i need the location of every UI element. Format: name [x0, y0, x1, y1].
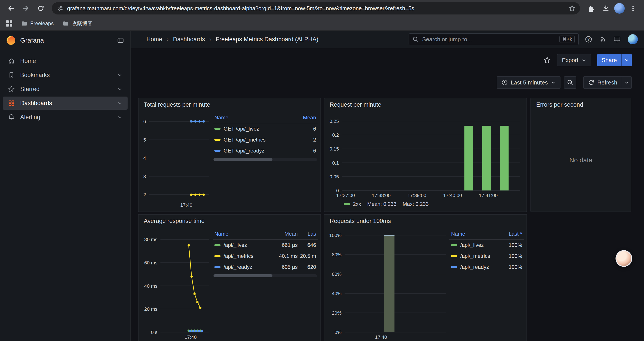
legend-header-name[interactable]: Name	[214, 115, 292, 121]
request-rate-chart[interactable]: 00.050.10.150.20.2517:37:0017:38:0017:39…	[327, 112, 524, 199]
series-name[interactable]: /api/_readyz	[460, 264, 489, 270]
floating-assistant-avatar[interactable]	[616, 250, 632, 267]
svg-text:17:38:00: 17:38:00	[372, 193, 390, 198]
series-name[interactable]: /api/_livez	[224, 242, 247, 248]
series-name[interactable]: 2xx	[353, 201, 361, 207]
back-icon[interactable]	[4, 2, 18, 15]
svg-text:40%: 40%	[332, 291, 342, 296]
download-icon[interactable]	[599, 2, 612, 15]
url-bar[interactable]: grafana.mathmast.com/d/deytv4rwavabkb/fr…	[52, 2, 580, 15]
series-name[interactable]: GET /api/_livez	[224, 126, 259, 132]
breadcrumb-dashboards[interactable]: Dashboards	[173, 36, 205, 43]
bookmark-icon	[8, 72, 15, 79]
bookmark-star-icon[interactable]	[568, 5, 576, 12]
share-menu-caret[interactable]	[621, 54, 632, 66]
chart-svg: 2345617:40	[141, 112, 212, 209]
extensions-icon[interactable]	[584, 2, 598, 15]
series-mean: Mean: 0.233	[367, 201, 396, 207]
legend-header-last[interactable]: Last *	[498, 231, 522, 237]
sidebar-collapse-icon[interactable]	[117, 37, 124, 44]
legend-header-name[interactable]: Name	[451, 231, 498, 237]
svg-text:17:40: 17:40	[184, 334, 196, 340]
legend-header-name[interactable]: Name	[214, 231, 273, 237]
menu-kebab-icon[interactable]	[626, 2, 640, 15]
rss-icon[interactable]	[599, 36, 606, 43]
site-settings-icon[interactable]	[57, 5, 64, 12]
series-name[interactable]: GET /api/_metrics	[224, 137, 266, 143]
response-time-chart[interactable]: 0 s20 ms40 ms60 ms80 ms17:40	[141, 228, 212, 341]
sidebar-item-bookmarks[interactable]: Bookmarks	[3, 69, 128, 82]
export-label: Export	[562, 57, 578, 64]
panel-average-response-time: Average response time 0 s20 ms40 ms60 ms…	[138, 214, 321, 341]
browser-profile-avatar[interactable]	[614, 3, 625, 14]
total-requests-chart[interactable]: 2345617:40	[141, 112, 212, 209]
chevron-down-icon[interactable]	[117, 87, 122, 92]
browser-toolbar: grafana.mathmast.com/d/deytv4rwavabkb/fr…	[0, 0, 644, 17]
scrollbar-thumb[interactable]	[214, 274, 272, 277]
panel-title[interactable]: Errors per second	[536, 101, 626, 108]
monitor-icon[interactable]	[613, 36, 621, 43]
search-box[interactable]: ⌘+k	[408, 33, 579, 45]
series-max: Max: 0.233	[403, 201, 429, 207]
series-marker	[214, 128, 220, 130]
brand-title[interactable]: Grafana	[20, 37, 113, 44]
series-last: 646	[298, 242, 316, 248]
chevron-down-icon[interactable]	[117, 72, 122, 78]
refresh-interval-caret[interactable]	[622, 76, 632, 89]
under-100ms-chart[interactable]: 0%20%40%60%80%100%17:40	[327, 228, 449, 341]
sidebar-item-label: Starred	[20, 86, 112, 93]
scrollbar-thumb[interactable]	[214, 158, 272, 161]
chevron-down-icon	[551, 80, 556, 85]
time-range-picker[interactable]: Last 5 minutes	[497, 76, 560, 89]
legend-row: /api/_readyz 100%	[449, 261, 524, 272]
share-label: Share	[602, 57, 617, 64]
grafana-logo[interactable]	[6, 36, 16, 45]
refresh-button[interactable]: Refresh	[583, 76, 622, 89]
apps-grid-icon[interactable]	[6, 21, 12, 27]
share-button[interactable]: Share	[597, 54, 621, 66]
sidebar-item-home[interactable]: Home	[3, 55, 128, 68]
svg-text:2: 2	[143, 192, 146, 197]
svg-text:60%: 60%	[332, 271, 342, 277]
sidebar-item-alerting[interactable]: Alerting	[3, 111, 128, 124]
series-name[interactable]: /api/_livez	[460, 242, 484, 248]
svg-text:0.1: 0.1	[332, 160, 339, 166]
reload-icon[interactable]	[34, 2, 47, 15]
svg-text:60 ms: 60 ms	[144, 260, 158, 265]
forward-icon[interactable]	[19, 2, 32, 15]
legend-scrollbar[interactable]	[214, 274, 317, 277]
series-marker	[214, 150, 220, 152]
series-name[interactable]: GET /api/_readyz	[224, 148, 264, 154]
panel-title[interactable]: Request per minute	[330, 101, 521, 108]
series-name[interactable]: /api/_metrics	[460, 253, 490, 259]
panel-title[interactable]: Average response time	[144, 218, 315, 224]
grafana-header: Home › Dashboards › Freeleaps Metrics Da…	[131, 31, 644, 48]
series-name[interactable]: /api/_readyz	[224, 264, 252, 270]
panel-title[interactable]: Total requests per minute	[144, 101, 315, 108]
search-icon	[412, 36, 419, 42]
chevron-down-icon[interactable]	[117, 101, 122, 106]
sidebar-item-starred[interactable]: Starred	[3, 83, 128, 96]
export-button[interactable]: Export	[557, 54, 591, 66]
bookmark-item[interactable]: 收藏博客	[62, 20, 93, 27]
panel-title[interactable]: Requests under 100ms	[330, 218, 521, 224]
url-text[interactable]: grafana.mathmast.com/d/deytv4rwavabkb/fr…	[67, 5, 565, 12]
series-marker	[451, 266, 457, 268]
sidebar: Grafana Home Bookmarks Starred D	[0, 31, 131, 341]
series-mean: 605 µs	[273, 264, 298, 270]
legend-scrollbar[interactable]	[214, 158, 317, 161]
chevron-down-icon[interactable]	[117, 115, 122, 120]
breadcrumb-home[interactable]: Home	[146, 36, 162, 43]
search-input[interactable]	[422, 36, 556, 43]
series-name[interactable]: /api/_metrics	[224, 253, 254, 259]
legend-header-mean[interactable]: Mean	[292, 115, 316, 121]
star-icon	[8, 86, 15, 93]
sidebar-item-dashboards[interactable]: Dashboards	[3, 97, 128, 110]
user-avatar[interactable]	[628, 34, 638, 44]
zoom-out-button[interactable]	[564, 76, 576, 89]
legend-header-last[interactable]: Las	[298, 231, 316, 237]
favorite-star-icon[interactable]	[544, 56, 551, 64]
bookmark-item[interactable]: Freeleaps	[21, 20, 54, 27]
help-icon[interactable]: ?	[585, 36, 592, 43]
legend-header-mean[interactable]: Mean	[273, 231, 298, 237]
